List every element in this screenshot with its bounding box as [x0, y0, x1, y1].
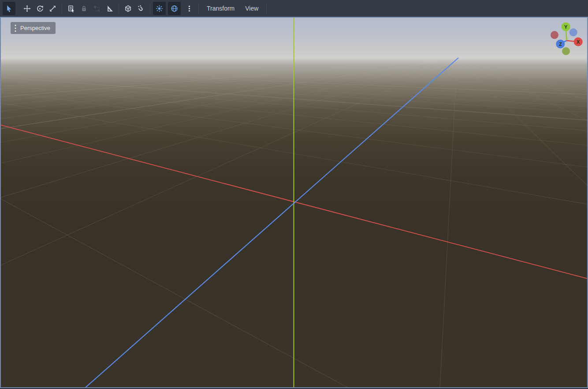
preview-sunlight-toggle[interactable]	[153, 2, 166, 15]
rotate-tool-button[interactable]	[33, 2, 46, 15]
sunlight-icon	[156, 5, 163, 12]
scale-icon	[49, 5, 56, 12]
gizmo-x-negative-ball[interactable]	[551, 31, 558, 39]
toolbar-separator	[62, 4, 62, 13]
selection-list-button[interactable]	[65, 2, 78, 15]
move-tool-button[interactable]	[21, 2, 33, 15]
view-menu-label: View	[245, 5, 258, 12]
projection-label: Perspective	[20, 25, 50, 31]
extra-options-menu-button[interactable]	[183, 2, 196, 15]
vertical-ellipsis-icon	[14, 24, 17, 32]
viewport-focus-border: Perspective Y X Z	[0, 17, 588, 388]
gizmo-z-label: Z	[559, 41, 562, 47]
local-space-toggle[interactable]	[122, 2, 134, 15]
projection-selector-button[interactable]: Perspective	[11, 22, 56, 34]
viewport-toolbar: Transform View	[0, 0, 588, 17]
vertical-ellipsis-icon	[186, 5, 193, 12]
move-icon	[23, 5, 31, 12]
gizmo-y-label: Y	[564, 24, 568, 30]
ruler-tool-button[interactable]	[103, 2, 116, 15]
orientation-gizmo: Y X Z	[545, 18, 587, 64]
local-space-cube-icon	[124, 5, 132, 12]
preview-environment-toggle[interactable]	[168, 2, 181, 15]
snap-toggle[interactable]	[134, 2, 147, 15]
godot-3d-editor: { "toolbar": { "menus": { "transform": "…	[0, 0, 588, 389]
gizmo-z-negative-ball[interactable]	[569, 28, 577, 36]
group-selected-button[interactable]	[90, 2, 103, 15]
select-tool-button[interactable]	[3, 2, 15, 15]
ruler-icon	[106, 5, 113, 12]
snap-magnet-icon	[137, 5, 145, 12]
environment-globe-icon	[171, 5, 178, 12]
toolbar-separator	[198, 4, 199, 13]
gizmo-y-negative-ball[interactable]	[562, 47, 570, 55]
view-menu[interactable]: View	[240, 2, 264, 15]
origin-axes	[1, 18, 587, 387]
toolbar-separator	[266, 4, 267, 13]
toolbar-separator	[119, 4, 119, 13]
3d-viewport[interactable]: Perspective Y X Z	[1, 18, 587, 387]
toolbar-separator	[150, 4, 150, 13]
selection-list-icon	[67, 5, 75, 12]
rotate-icon	[36, 5, 44, 12]
select-cursor-icon	[5, 5, 13, 12]
scale-tool-button[interactable]	[46, 2, 59, 15]
transform-menu-label: Transform	[207, 5, 234, 12]
gizmo-x-label: X	[577, 39, 580, 45]
lock-selected-button[interactable]	[78, 2, 90, 15]
lock-icon	[80, 5, 88, 12]
group-icon	[93, 5, 100, 12]
transform-menu[interactable]: Transform	[201, 2, 240, 15]
